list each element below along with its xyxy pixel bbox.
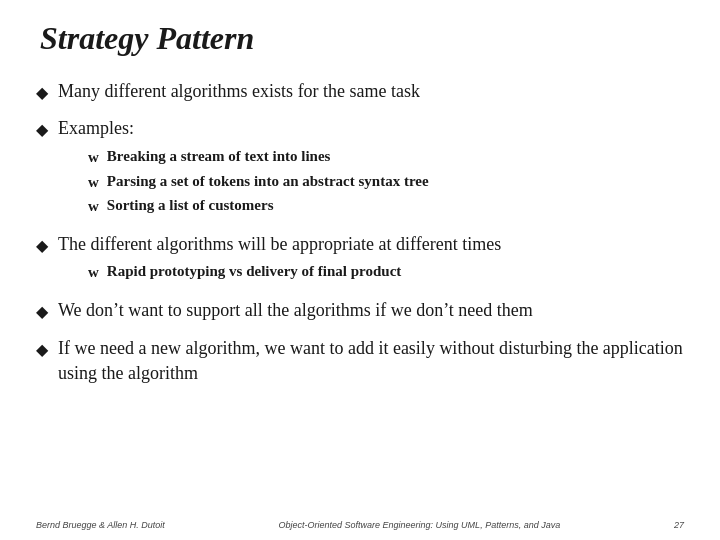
bullet-text-1: Many different algorithms exists for the…: [58, 79, 420, 104]
bullet-group-3: ◆ The different algorithms will be appro…: [36, 232, 684, 288]
sub-bullet-item-4: w Rapid prototyping vs delivery of final…: [88, 261, 684, 284]
sub-bullet-marker-3: w: [88, 196, 99, 218]
sub-bullet-marker-1: w: [88, 147, 99, 169]
bullet-item-5: ◆ If we need a new algorithm, we want to…: [36, 336, 684, 386]
bullet-diamond-5: ◆: [36, 339, 48, 361]
footer-left: Bernd Bruegge & Allen H. Dutoit: [36, 520, 165, 530]
slide-title: Strategy Pattern: [40, 20, 684, 57]
bullet-diamond-1: ◆: [36, 82, 48, 104]
sub-bullet-text-2: Parsing a set of tokens into an abstract…: [107, 171, 429, 193]
sub-bullet-item-1: w Breaking a stream of text into lines: [88, 146, 684, 169]
sub-bullet-item-2: w Parsing a set of tokens into an abstra…: [88, 171, 684, 194]
sub-bullet-text-3: Sorting a list of customers: [107, 195, 274, 217]
footer-right: 27: [674, 520, 684, 530]
bullet-diamond-4: ◆: [36, 301, 48, 323]
slide-container: Strategy Pattern ◆ Many different algori…: [0, 0, 720, 540]
bullet-item-2: ◆ Examples:: [36, 116, 684, 141]
sub-bullet-text-1: Breaking a stream of text into lines: [107, 146, 331, 168]
bullet-text-5: If we need a new algorithm, we want to a…: [58, 336, 684, 386]
bullet-diamond-2: ◆: [36, 119, 48, 141]
bullet-item-4: ◆ We don’t want to support all the algor…: [36, 298, 684, 323]
content-area: ◆ Many different algorithms exists for t…: [36, 79, 684, 520]
footer-center: Object-Oriented Software Engineering: Us…: [279, 520, 561, 530]
bullet-diamond-3: ◆: [36, 235, 48, 257]
sub-bullet-text-4: Rapid prototyping vs delivery of final p…: [107, 261, 401, 283]
bullet-text-4: We don’t want to support all the algorit…: [58, 298, 533, 323]
bullet-text-3: The different algorithms will be appropr…: [58, 232, 501, 257]
sub-bullet-item-3: w Sorting a list of customers: [88, 195, 684, 218]
sub-bullets-2: w Breaking a stream of text into lines w…: [88, 146, 684, 218]
sub-bullet-marker-2: w: [88, 172, 99, 194]
sub-bullets-3: w Rapid prototyping vs delivery of final…: [88, 261, 684, 284]
bullet-item-3: ◆ The different algorithms will be appro…: [36, 232, 684, 257]
bullet-group-2: ◆ Examples: w Breaking a stream of text …: [36, 116, 684, 222]
bullet-text-2: Examples:: [58, 116, 134, 141]
footer: Bernd Bruegge & Allen H. Dutoit Object-O…: [36, 520, 684, 530]
bullet-item-1: ◆ Many different algorithms exists for t…: [36, 79, 684, 104]
sub-bullet-marker-4: w: [88, 262, 99, 284]
